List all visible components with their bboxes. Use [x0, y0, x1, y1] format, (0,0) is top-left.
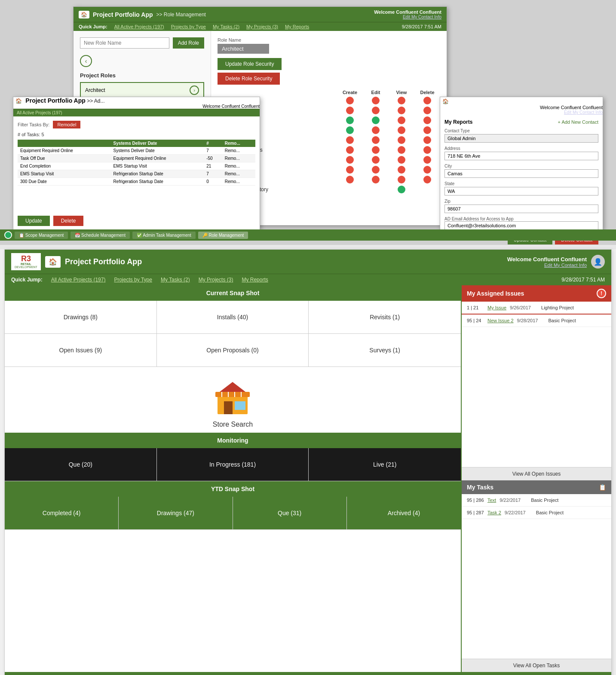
cell-archived[interactable]: Archived (4)	[347, 497, 461, 529]
dot-uploads-create[interactable]	[346, 176, 354, 183]
nav-my-tasks-main[interactable]: My Tasks (2)	[161, 277, 190, 283]
dot-financials-edit[interactable]	[372, 146, 380, 154]
role-item-architect[interactable]: Architect ›	[80, 82, 204, 98]
cell-installs[interactable]: Installs (40)	[157, 301, 309, 333]
home-icon-contacts[interactable]: 🏠	[440, 98, 451, 105]
home-icon-tasks[interactable]: 🏠	[13, 97, 24, 105]
col-header-2: Systems Deliver Date	[111, 140, 204, 147]
dot-projectdata-view[interactable]	[398, 97, 405, 104]
dot-projecttasks-create[interactable]	[346, 116, 354, 124]
dot-scope-edit[interactable]	[372, 166, 380, 174]
nav-my-reports[interactable]: My Reports	[285, 24, 309, 29]
dot-uploads-delete[interactable]	[423, 176, 431, 183]
add-role-button[interactable]: Add Role	[173, 37, 204, 49]
dot-scope-create[interactable]	[346, 166, 354, 174]
dot-projectdata-create[interactable]	[346, 97, 354, 104]
dot-audit-delete[interactable]	[423, 186, 431, 193]
dot-notes-delete[interactable]	[423, 156, 431, 164]
home-icon[interactable]: 🏠	[79, 11, 89, 18]
edit-contact-main[interactable]: Edit My Contact Info	[507, 263, 587, 268]
dot-scope-delete[interactable]	[423, 166, 431, 174]
dot-projectteam-edit[interactable]	[372, 107, 380, 114]
cell-revisits[interactable]: Revisits (1)	[309, 301, 461, 333]
dot-notes-edit[interactable]	[372, 156, 380, 164]
task-link-2[interactable]: Task 2	[487, 510, 501, 515]
dot-projectissues-view[interactable]	[398, 126, 405, 134]
tab-role-management[interactable]: 🔑 Role Management	[198, 232, 248, 239]
dot-projectteam-delete[interactable]	[423, 107, 431, 114]
tab-scope[interactable]: 📋 Scope Management	[15, 232, 68, 239]
dot-projectteam-create[interactable]	[346, 107, 354, 114]
dot-projectpos-delete[interactable]	[423, 136, 431, 144]
view-all-tasks-button[interactable]: View All Open Tasks	[462, 659, 611, 672]
dot-uploads-view[interactable]	[398, 176, 405, 183]
dot-projectissues-edit[interactable]	[372, 126, 380, 134]
cell-in-progress[interactable]: In Progress (181)	[157, 448, 309, 481]
cell-surveys[interactable]: Surveys (1)	[309, 334, 461, 367]
dot-projectissues-delete[interactable]	[423, 126, 431, 134]
view-all-issues-button[interactable]: View All Open Issues	[462, 467, 611, 480]
dot-projectdata-delete[interactable]	[423, 97, 431, 104]
nav-my-projects-main[interactable]: My Projects (3)	[199, 277, 233, 283]
nav-all-active-main[interactable]: All Active Projects (197)	[51, 277, 106, 283]
cell-que-ytd[interactable]: Que (31)	[233, 497, 347, 529]
nav-my-reports-main[interactable]: My Reports	[242, 277, 268, 283]
nav-my-projects[interactable]: My Projects (3)	[246, 24, 278, 29]
dot-scope-view[interactable]	[398, 166, 405, 174]
dot-projectissues-create[interactable]	[346, 126, 354, 134]
cell-drawings[interactable]: Drawings (8)	[5, 301, 157, 333]
dot-notes-create[interactable]	[346, 156, 354, 164]
issue-link-2[interactable]: New Issue 2	[487, 318, 514, 323]
delete-button[interactable]: Delete	[53, 216, 84, 226]
cell-open-issues[interactable]: Open Issues (9)	[5, 334, 157, 367]
cell-live[interactable]: Live (21)	[309, 448, 461, 481]
edit-contact-contacts[interactable]: Edit My Contact Info	[440, 110, 603, 115]
dot-projecttasks-delete[interactable]	[423, 116, 431, 124]
zip-input[interactable]	[444, 205, 598, 213]
dot-projectteam-view[interactable]	[398, 107, 405, 114]
delete-role-button[interactable]: Delete Role Security	[218, 73, 280, 85]
dot-projectdata-edit[interactable]	[372, 97, 380, 104]
address-input[interactable]	[444, 152, 598, 160]
cell-drawings-ytd[interactable]: Drawings (47)	[119, 497, 233, 529]
dot-audit-view[interactable]	[398, 186, 405, 193]
dot-financials-create[interactable]	[346, 146, 354, 154]
dot-notes-view[interactable]	[398, 156, 405, 164]
contact-type-select[interactable]: Global Admin	[444, 134, 598, 143]
home-icon-main[interactable]: 🏠	[45, 256, 61, 268]
back-button[interactable]: ‹	[80, 55, 92, 67]
dot-audit-edit[interactable]	[372, 186, 380, 193]
filter-remodel-button[interactable]: Remodel	[53, 121, 80, 128]
new-role-input[interactable]	[80, 37, 169, 49]
dot-financials-delete[interactable]	[423, 146, 431, 154]
tab-admin-task[interactable]: ✅ Admin Task Management	[132, 232, 196, 239]
dot-projectpos-create[interactable]	[346, 136, 354, 144]
edit-contact-link-role[interactable]: Edit My Contact Info	[374, 15, 441, 19]
dot-projecttasks-edit[interactable]	[372, 116, 380, 124]
issue-link-1[interactable]: My Issue	[487, 305, 506, 310]
dot-projectpos-edit[interactable]	[372, 136, 380, 144]
nav-by-type-main[interactable]: Projects by Type	[114, 277, 152, 283]
tasks-nav-alljump[interactable]: All Active Projects (197)	[17, 110, 62, 115]
state-input[interactable]	[444, 187, 598, 195]
city-input[interactable]	[444, 169, 598, 178]
nav-by-type[interactable]: Projects by Type	[171, 24, 206, 29]
add-contact-button[interactable]: + Add New Contact	[558, 119, 598, 125]
cell-completed[interactable]: Completed (4)	[5, 497, 119, 529]
update-role-button[interactable]: Update Role Security	[218, 58, 282, 70]
current-snapshot-header: Current Snap Shot	[5, 285, 461, 301]
tab-schedule[interactable]: 📅 Schedule Management	[70, 232, 130, 239]
store-search-wrapper[interactable]: Store Search	[213, 380, 253, 428]
dot-audit-create[interactable]	[346, 186, 354, 193]
dot-uploads-edit[interactable]	[372, 176, 380, 183]
cell-que[interactable]: Que (20)	[5, 448, 157, 481]
email-input[interactable]	[444, 221, 598, 230]
nav-my-tasks[interactable]: My Tasks (2)	[213, 24, 239, 29]
dot-projectpos-view[interactable]	[398, 136, 405, 144]
dot-projecttasks-view[interactable]	[398, 116, 405, 124]
dot-financials-view[interactable]	[398, 146, 405, 154]
update-button[interactable]: Update	[18, 216, 50, 226]
task-link-1[interactable]: Text	[487, 498, 496, 503]
cell-open-proposals[interactable]: Open Proposals (0)	[157, 334, 309, 367]
nav-all-active[interactable]: All Active Projects (197)	[114, 24, 164, 29]
